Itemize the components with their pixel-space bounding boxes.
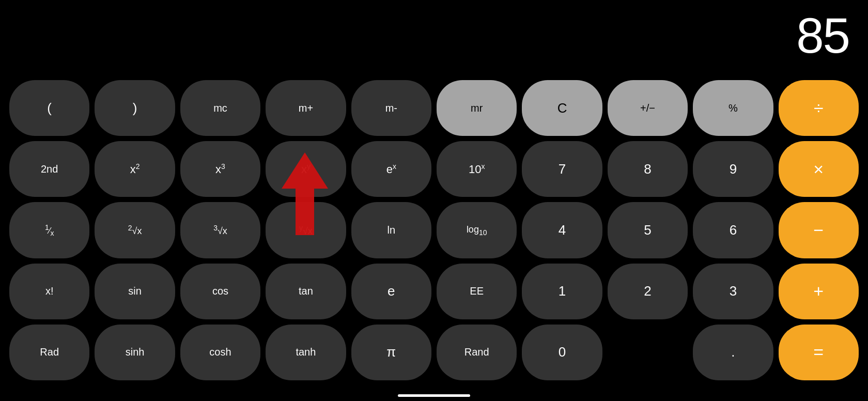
rad-button[interactable]: Rad (9, 325, 89, 380)
e-to-x-button[interactable]: ex (351, 141, 431, 197)
seven-button[interactable]: 7 (522, 141, 602, 197)
three-button[interactable]: 3 (693, 264, 773, 319)
tan-button[interactable]: tan (266, 264, 346, 319)
multiply-button[interactable]: × (779, 141, 859, 197)
log10-button[interactable]: log10 (437, 202, 517, 258)
subtract-button[interactable]: − (779, 202, 859, 258)
percent-button[interactable]: % (693, 80, 773, 136)
tanh-button[interactable]: tanh (266, 325, 346, 380)
pi-button[interactable]: π (351, 325, 431, 380)
display-value: 85 (796, 7, 849, 64)
m-minus-button[interactable]: m- (351, 80, 431, 136)
x-squared-button[interactable]: x2 (95, 141, 175, 197)
cosh-button[interactable]: cosh (180, 325, 260, 380)
cube-root-x-button[interactable]: 3√x (180, 202, 260, 258)
nine-button[interactable]: 9 (693, 141, 773, 197)
y-root-x-button[interactable]: y√x (266, 202, 346, 258)
clear-button[interactable]: C (522, 80, 602, 136)
one-button[interactable]: 1 (522, 264, 602, 319)
rand-button[interactable]: Rand (437, 325, 517, 380)
euler-button[interactable]: e (351, 264, 431, 319)
plus-minus-button[interactable]: +/− (608, 80, 688, 136)
eight-button[interactable]: 8 (608, 141, 688, 197)
two-button[interactable]: 2 (608, 264, 688, 319)
second-button[interactable]: 2nd (9, 141, 89, 197)
home-indicator (398, 394, 470, 397)
cos-button[interactable]: cos (180, 264, 260, 319)
x-to-y-button[interactable]: xy (266, 141, 346, 197)
close-paren-button[interactable]: ) (95, 80, 175, 136)
add-button[interactable]: + (779, 264, 859, 319)
sqrt-x-button[interactable]: 2√x (95, 202, 175, 258)
display: 85 (0, 0, 868, 72)
open-paren-button[interactable]: ( (9, 80, 89, 136)
equals-button[interactable]: = (779, 325, 859, 380)
ten-to-x-button[interactable]: 10x (437, 141, 517, 197)
six-button[interactable]: 6 (693, 202, 773, 258)
ee-button[interactable]: EE (437, 264, 517, 319)
zero-button[interactable]: 0 (522, 325, 602, 380)
divide-button[interactable]: ÷ (779, 80, 859, 136)
mc-button[interactable]: mc (180, 80, 260, 136)
one-over-x-button[interactable]: 1⁄x (9, 202, 89, 258)
calculator-grid: ( ) mc m+ m- mr C +/− % ÷ 2nd x2 x3 xy e… (0, 75, 868, 385)
ln-button[interactable]: ln (351, 202, 431, 258)
sin-button[interactable]: sin (95, 264, 175, 319)
five-button[interactable]: 5 (608, 202, 688, 258)
four-button[interactable]: 4 (522, 202, 602, 258)
sinh-button[interactable]: sinh (95, 325, 175, 380)
factorial-button[interactable]: x! (9, 264, 89, 319)
m-plus-button[interactable]: m+ (266, 80, 346, 136)
mr-button[interactable]: mr (437, 80, 517, 136)
x-cubed-button[interactable]: x3 (180, 141, 260, 197)
decimal-button[interactable]: . (693, 325, 773, 380)
